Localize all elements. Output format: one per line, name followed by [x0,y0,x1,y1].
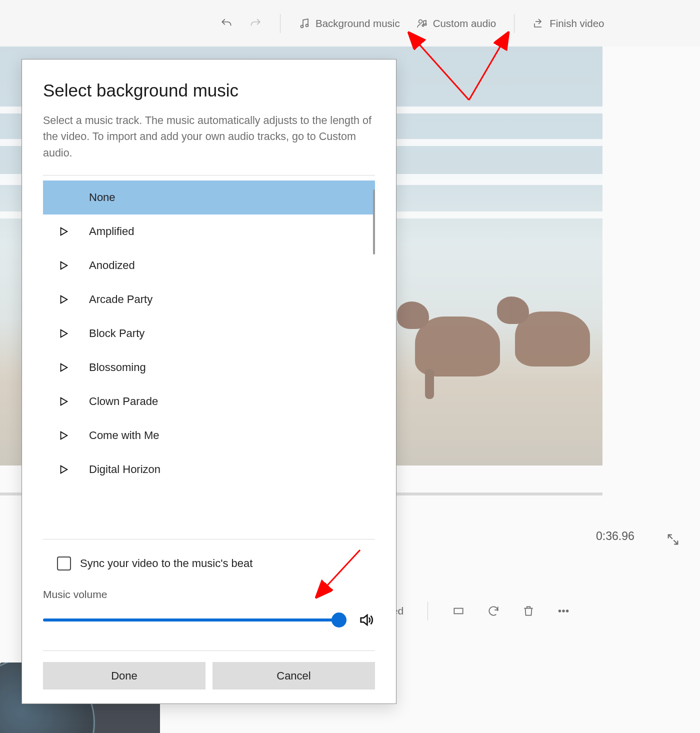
cancel-button[interactable]: Cancel [212,662,375,690]
fullscreen-button[interactable] [665,530,681,548]
track-row[interactable]: None [43,180,375,214]
track-row[interactable]: Come with Me [43,418,375,452]
play-icon[interactable] [58,430,89,441]
trash-icon [522,604,535,618]
scrollbar-thumb[interactable] [373,190,375,254]
track-row[interactable]: Amplified [43,214,375,248]
finish-video-label: Finish video [550,18,604,30]
track-row[interactable]: Digital Horizon [43,452,375,486]
volume-label: Music volume [43,588,375,600]
svg-marker-13 [61,330,68,337]
play-icon[interactable] [58,294,89,305]
track-label: Clown Parade [89,395,158,408]
track-label: Anodized [89,259,135,272]
track-row[interactable]: Anodized [43,248,375,282]
play-icon[interactable] [58,226,89,237]
track-label: None [89,191,116,204]
speaker-icon [358,612,375,628]
play-icon[interactable] [58,328,89,339]
sync-label: Sync your video to the music's beat [80,557,252,570]
redo-button[interactable] [248,16,263,31]
svg-marker-11 [61,262,68,269]
dialog-description: Select a music track. The music automati… [43,112,375,161]
dialog-buttons: Done Cancel [43,662,375,690]
play-icon[interactable] [58,464,89,475]
play-icon[interactable] [58,260,89,271]
svg-marker-14 [61,364,68,371]
sync-checkbox[interactable] [57,556,71,570]
svg-point-1 [306,24,308,26]
background-music-button[interactable]: Background music [298,16,401,32]
svg-point-2 [418,20,422,23]
track-label: Block Party [89,327,144,340]
svg-rect-6 [454,608,462,614]
svg-point-4 [424,24,426,25]
svg-point-0 [301,25,304,28]
finish-video-button[interactable]: Finish video [532,16,605,32]
custom-audio-label: Custom audio [433,18,496,30]
delete-button[interactable] [521,602,536,620]
divider [280,14,280,33]
rotate-icon [487,604,500,618]
music-note-icon [298,18,310,30]
horse-graphic [515,312,590,366]
horse-graphic [415,316,500,376]
track-label: Blossoming [89,361,146,374]
divider [428,602,428,620]
svg-marker-10 [61,228,68,235]
track-label: Come with Me [89,429,160,442]
top-toolbar: Background music Custom audio Finish vid… [0,0,700,46]
crop-icon [452,604,465,618]
ellipsis-icon [557,604,570,618]
background-music-dialog: Select background music Select a music t… [22,59,396,704]
track-label: Digital Horizon [89,463,160,476]
more-button[interactable] [556,602,571,620]
svg-point-7 [558,610,560,612]
svg-marker-17 [61,466,68,473]
svg-point-3 [422,24,424,26]
track-row[interactable]: Blossoming [43,350,375,384]
divider [43,650,375,651]
background-music-label: Background music [316,18,400,30]
slider-thumb[interactable] [332,612,346,628]
resize-button[interactable] [451,602,466,620]
track-row[interactable]: Block Party [43,316,375,350]
sync-beat-row[interactable]: Sync your video to the music's beat [57,556,375,570]
svg-marker-12 [61,296,68,303]
track-row[interactable]: Arcade Party [43,282,375,316]
svg-point-9 [566,610,568,612]
undo-icon [220,17,233,30]
dialog-title: Select background music [43,80,375,100]
done-button[interactable]: Done [43,662,206,690]
play-icon[interactable] [58,362,89,373]
track-label: Amplified [89,225,134,238]
track-list[interactable]: NoneAmplifiedAnodizedArcade PartyBlock P… [43,180,375,534]
svg-marker-16 [61,432,68,439]
divider [43,539,375,540]
expand-icon [666,532,680,546]
track-label: Arcade Party [89,293,152,306]
volume-slider[interactable] [43,618,344,622]
volume-row [43,612,375,628]
svg-point-8 [562,610,564,612]
play-icon[interactable] [58,396,89,407]
export-icon [532,18,544,30]
rotate-button[interactable] [486,602,501,620]
custom-audio-button[interactable]: Custom audio [415,16,497,32]
svg-marker-15 [61,398,68,405]
person-audio-icon [416,18,428,30]
track-row[interactable]: Clown Parade [43,384,375,418]
redo-icon [249,17,262,30]
undo-button[interactable] [219,16,234,31]
duration-label: 0:36.96 [596,530,634,543]
divider [43,175,375,176]
divider [514,14,514,33]
